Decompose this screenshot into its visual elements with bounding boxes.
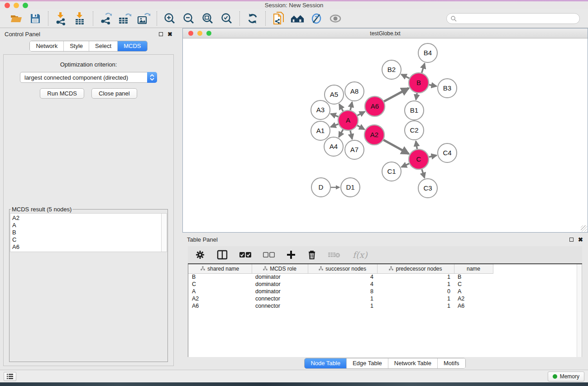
edge-A6-B[interactable]: [384, 88, 409, 101]
table-cell[interactable]: dominator: [252, 281, 308, 288]
table-cell[interactable]: dominator: [252, 288, 308, 295]
list-scrollbar[interactable]: [161, 214, 167, 252]
table-cell[interactable]: 8: [308, 288, 377, 295]
table-cell[interactable]: 1: [308, 302, 377, 310]
hide-details-icon[interactable]: [309, 11, 324, 26]
column-header-name[interactable]: name: [454, 264, 493, 273]
graph-node-B4[interactable]: B4: [418, 43, 437, 62]
deselect-all-checkboxes-icon[interactable]: [263, 248, 275, 262]
first-neighbors-icon[interactable]: [290, 11, 305, 26]
edge-A-A5[interactable]: [339, 104, 343, 111]
edge-A2-C[interactable]: [383, 140, 409, 154]
graph-node-D[interactable]: D: [311, 178, 330, 197]
table-tab-motifs[interactable]: Motifs: [437, 358, 465, 368]
edge-B-B1[interactable]: [416, 93, 417, 100]
import-network-icon[interactable]: [54, 11, 68, 26]
window-resize-grip[interactable]: [581, 225, 587, 232]
network-window-titlebar[interactable]: testGlobe.txt: [183, 29, 588, 38]
table-row[interactable]: Bdominator41B: [188, 273, 493, 281]
table-cell[interactable]: A2: [188, 295, 252, 302]
mcds-result-list[interactable]: A2ABCA6: [10, 213, 167, 252]
graph-node-A3[interactable]: A3: [311, 100, 330, 119]
table-cell[interactable]: 4: [308, 281, 377, 288]
list-item[interactable]: A2: [12, 214, 160, 222]
zoom-out-icon[interactable]: [182, 11, 196, 26]
table-cell[interactable]: 1: [377, 273, 454, 281]
table-row[interactable]: Cdominator41C: [188, 281, 493, 288]
node-table-area[interactable]: shared nameMCDS rolesuccessor nodesprede…: [188, 264, 582, 357]
column-header-predecessor-nodes[interactable]: predecessor nodes: [377, 264, 454, 273]
graph-node-B3[interactable]: B3: [438, 79, 457, 98]
task-history-button[interactable]: [4, 372, 16, 381]
edge-A-A3[interactable]: [330, 114, 338, 116]
table-cell[interactable]: dominator: [252, 273, 308, 281]
close-table-panel-icon[interactable]: ✖: [578, 237, 583, 243]
table-cell[interactable]: connector: [252, 295, 308, 302]
table-cell[interactable]: A6: [454, 302, 493, 310]
graph-node-C1[interactable]: C1: [382, 162, 401, 181]
edge-C-C4[interactable]: [429, 155, 436, 157]
export-network-icon[interactable]: [99, 11, 113, 26]
table-cell[interactable]: C: [454, 281, 493, 288]
tab-select[interactable]: Select: [89, 41, 117, 51]
table-cell[interactable]: A: [454, 288, 493, 295]
tab-mcds[interactable]: MCDS: [117, 41, 147, 51]
table-row[interactable]: Adominator80A: [188, 288, 493, 295]
search-input[interactable]: [446, 13, 580, 24]
table-tab-node-table[interactable]: Node Table: [305, 358, 346, 368]
graph-node-A2[interactable]: A2: [364, 125, 384, 145]
memory-button[interactable]: Memory: [548, 372, 584, 381]
network-canvas[interactable]: B4B2BB3A8A5A6A3B1AA1C2A2A4A7C4CC1C3DD1: [183, 38, 588, 232]
edge-A-A8[interactable]: [350, 102, 352, 110]
list-item[interactable]: C: [12, 236, 160, 243]
graph-node-B1[interactable]: B1: [405, 101, 424, 120]
new-network-from-selection-icon[interactable]: [271, 11, 286, 26]
window-titlebar[interactable]: Session: New Session: [0, 1, 588, 9]
table-row[interactable]: A6connector11A6: [188, 302, 493, 310]
table-row[interactable]: A2connector11A2: [188, 295, 493, 302]
table-cell[interactable]: 1: [377, 295, 454, 302]
edge-C-C1[interactable]: [402, 163, 409, 167]
zoom-in-icon[interactable]: [163, 11, 177, 26]
table-cell[interactable]: A6: [188, 302, 252, 310]
graph-node-A7[interactable]: A7: [345, 140, 364, 159]
split-view-icon[interactable]: [217, 248, 228, 262]
table-settings-icon[interactable]: [195, 248, 205, 262]
refresh-view-icon[interactable]: [245, 11, 260, 26]
network-graph[interactable]: B4B2BB3A8A5A6A3B1AA1C2A2A4A7C4CC1C3DD1: [183, 38, 587, 232]
list-item[interactable]: A: [12, 222, 160, 229]
graph-node-B[interactable]: B: [409, 73, 429, 93]
table-cell[interactable]: B: [188, 273, 252, 281]
table-cell[interactable]: 1: [308, 295, 377, 302]
export-image-icon[interactable]: [137, 11, 151, 26]
graph-node-A4[interactable]: A4: [324, 137, 343, 156]
graph-node-B2[interactable]: B2: [382, 60, 401, 79]
graph-node-C4[interactable]: C4: [438, 143, 457, 162]
table-cell[interactable]: connector: [252, 302, 308, 310]
close-panel-button[interactable]: Close panel: [91, 88, 137, 99]
add-column-icon[interactable]: [287, 248, 296, 262]
select-all-checkboxes-icon[interactable]: [239, 248, 251, 262]
graph-node-A6[interactable]: A6: [365, 96, 385, 116]
table-cell[interactable]: 0: [377, 288, 454, 295]
graph-node-D1[interactable]: D1: [341, 178, 360, 197]
column-header-successor-nodes[interactable]: successor nodes: [308, 264, 377, 273]
edge-A-A6[interactable]: [357, 112, 365, 116]
graph-node-A8[interactable]: A8: [345, 82, 364, 101]
run-mcds-button[interactable]: Run MCDS: [40, 88, 84, 99]
graph-node-A5[interactable]: A5: [325, 85, 344, 104]
edge-B-B3[interactable]: [429, 85, 437, 86]
edge-B-B4[interactable]: [422, 63, 425, 73]
criterion-select[interactable]: largest connected component (directed): [20, 72, 157, 83]
graph-node-C2[interactable]: C2: [405, 121, 424, 140]
save-session-button[interactable]: [28, 11, 43, 26]
list-item[interactable]: A6: [12, 243, 160, 251]
tab-style[interactable]: Style: [63, 41, 89, 51]
zoom-fit-icon[interactable]: [201, 11, 215, 26]
open-file-button[interactable]: [9, 11, 24, 26]
zoom-selected-icon[interactable]: [220, 11, 234, 26]
table-cell[interactable]: B: [454, 273, 493, 281]
edge-A-A4[interactable]: [339, 129, 343, 137]
edge-A-A2[interactable]: [357, 125, 364, 129]
graph-node-C3[interactable]: C3: [418, 179, 437, 198]
